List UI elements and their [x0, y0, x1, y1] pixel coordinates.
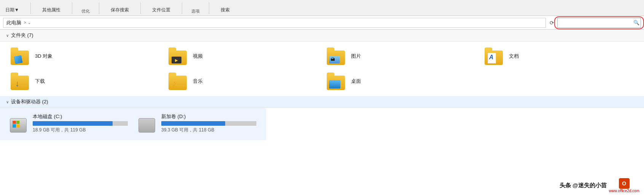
folder-item-desktop[interactable]: 桌面	[322, 70, 480, 93]
folder-icon-video	[169, 47, 188, 65]
watermark-text: 头条 @迷失的小苗	[560, 182, 607, 189]
divider-2	[72, 3, 72, 14]
folder-name-picture: 图片	[351, 53, 361, 60]
folder-document-embed	[488, 53, 496, 63]
devices-section-title: 设备和驱动器 (2)	[11, 98, 48, 105]
drive-space-c: 18.9 GB 可用，共 119 GB	[33, 127, 128, 133]
drive-item-c[interactable]: 本地磁盘 (C:) 18.9 GB 可用，共 119 GB	[6, 111, 132, 136]
toolbar-group-options-label: 选项	[191, 8, 200, 14]
folder-video-embed	[172, 57, 181, 63]
drive-name-d: 新加卷 (D:)	[161, 113, 256, 120]
drive-name-c: 本地磁盘 (C:)	[33, 113, 128, 120]
toolbar-btn-date[interactable]: 日期▼	[3, 6, 21, 14]
win-logo-q4	[16, 124, 20, 128]
folder-name-3d: 3D 对象	[35, 53, 52, 60]
hdd-body-c	[10, 118, 27, 133]
watermark-site: www.office2d.com	[609, 189, 639, 193]
divider-4	[140, 3, 141, 14]
folders-section-header[interactable]: ∨ 文件夹 (7)	[0, 30, 644, 41]
folder-name-music: 音乐	[193, 78, 203, 85]
drive-icon-d	[138, 114, 157, 133]
drive-info-d: 新加卷 (D:) 39.3 GB 可用，共 118 GB	[161, 113, 256, 133]
folder-picture-embed	[329, 56, 340, 63]
drive-icon-c	[10, 114, 28, 133]
toolbar-group-optimize-label: 优化	[81, 8, 90, 14]
folder-music-embed: ♪	[172, 79, 177, 89]
folders-chevron-icon: ∨	[6, 33, 9, 38]
toolbar: 日期▼ 其他属性 优化 保存搜索 文件位置 选项 搜索	[0, 0, 644, 16]
drive-bar-bg-d	[161, 121, 256, 126]
folder-item-music[interactable]: ♪ 音乐	[164, 70, 322, 93]
address-right: ⟳ 🔍	[548, 18, 641, 28]
toolbar-btn-save-search[interactable]: 保存搜索	[108, 6, 131, 14]
folder-name-document: 文档	[509, 53, 519, 60]
folder-name-download: 下载	[35, 78, 45, 85]
folder-shape-music	[169, 76, 187, 90]
toolbar-group-optimize: 优化	[81, 8, 90, 14]
folder-item-video[interactable]: 视频	[164, 44, 322, 68]
address-path-separator: >	[23, 21, 26, 25]
toolbar-group-options: 选项	[191, 8, 200, 14]
drive-bar-fill-d	[161, 121, 225, 126]
folder-icon-desktop	[327, 73, 347, 90]
folder-3d-embed	[14, 55, 22, 64]
folder-shape-download	[11, 76, 29, 90]
folder-icon-download: ↓	[11, 73, 30, 90]
folder-item-picture[interactable]: 图片	[322, 44, 480, 68]
hdd-body-d	[138, 118, 155, 133]
search-box-wrapper: 🔍	[557, 18, 641, 28]
address-path[interactable]: 此电脑 > ⌄	[3, 18, 546, 28]
devices-chevron-icon: ∨	[6, 100, 9, 104]
win-logo-q3	[13, 124, 16, 128]
search-input[interactable]	[557, 18, 641, 28]
folder-download-embed: ↓	[15, 79, 19, 89]
drive-info-c: 本地磁盘 (C:) 18.9 GB 可用，共 119 GB	[33, 113, 128, 133]
folder-icon-music: ♪	[169, 73, 188, 90]
address-dropdown-arrow: ⌄	[28, 21, 31, 25]
watermark: 头条 @迷失的小苗 O www.office2d.com	[560, 178, 639, 193]
folders-section-title: 文件夹 (7)	[11, 32, 33, 39]
content-area: ∨ 文件夹 (7) 3D 对象 视频 图片	[0, 30, 644, 140]
drive-bar-fill-c	[33, 121, 113, 126]
divider-3	[99, 3, 99, 14]
drive-space-d: 39.3 GB 可用，共 118 GB	[161, 127, 256, 133]
divider-6	[209, 3, 209, 14]
folder-desktop-embed	[329, 80, 340, 89]
drive-bar-bg-c	[33, 121, 128, 126]
drive-item-d[interactable]: 新加卷 (D:) 39.3 GB 可用，共 118 GB	[135, 111, 260, 136]
devices-grid: 本地磁盘 (C:) 18.9 GB 可用，共 119 GB 新加卷 (D:) 3…	[0, 108, 266, 140]
folder-icon-3d	[11, 47, 30, 65]
search-icon-button[interactable]: 🔍	[633, 20, 639, 25]
folder-item-download[interactable]: ↓ 下载	[6, 70, 164, 93]
folder-item-3d[interactable]: 3D 对象	[6, 44, 164, 68]
devices-section-header[interactable]: ∨ 设备和驱动器 (2)	[0, 96, 644, 108]
divider-5	[182, 3, 182, 14]
win-logo-q2	[16, 121, 20, 124]
address-path-text: 此电脑	[6, 19, 21, 26]
toolbar-btn-file-location[interactable]: 文件位置	[150, 6, 173, 14]
refresh-button[interactable]: ⟳	[548, 19, 556, 27]
toolbar-btn-other-attrs[interactable]: 其他属性	[40, 6, 63, 14]
address-bar: 此电脑 > ⌄ ⟳ 🔍	[0, 16, 644, 30]
folder-name-video: 视频	[193, 53, 203, 60]
win-logo-q1	[13, 121, 16, 124]
office-logo-icon: O	[619, 178, 630, 189]
folders-grid: 3D 对象 视频 图片 文档	[0, 41, 644, 96]
folder-icon-picture	[327, 47, 347, 65]
folder-name-desktop: 桌面	[351, 78, 361, 85]
folder-item-document[interactable]: 文档	[480, 44, 638, 68]
folder-icon-document	[485, 47, 504, 65]
windows-logo-c	[13, 121, 19, 128]
toolbar-btn-search[interactable]: 搜索	[218, 6, 232, 14]
divider-1	[30, 3, 31, 14]
